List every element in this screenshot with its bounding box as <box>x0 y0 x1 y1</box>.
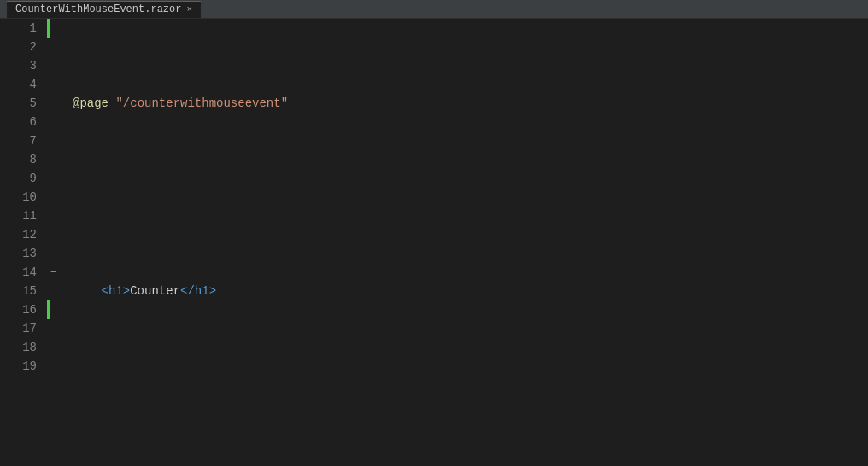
editor-tab[interactable]: CounterWithMouseEvent.razor × <box>7 1 201 18</box>
git-change-indicator-16 <box>47 300 50 319</box>
line-numbers: 1 2 3 4 5 6 7 8 9 10 11 12 13 14 15 16 1… <box>0 19 47 466</box>
git-change-indicator-1 <box>47 19 50 38</box>
editor-gutter: − <box>47 19 66 466</box>
code-content[interactable]: @page "/counterwithmouseevent" <h1>Count… <box>66 19 868 466</box>
code-line-2 <box>73 188 868 207</box>
code-editor: 1 2 3 4 5 6 7 8 9 10 11 12 13 14 15 16 1… <box>0 19 868 466</box>
code-area: 1 2 3 4 5 6 7 8 9 10 11 12 13 14 15 16 1… <box>0 19 868 466</box>
title-bar: CounterWithMouseEvent.razor × <box>0 0 868 19</box>
tab-close-button[interactable]: × <box>186 4 192 15</box>
at-page-keyword: @page <box>73 94 108 113</box>
code-line-1: @page "/counterwithmouseevent" <box>73 94 868 113</box>
tab-label: CounterWithMouseEvent.razor <box>15 3 181 15</box>
collapse-icon-14[interactable]: − <box>50 263 56 282</box>
code-line-4 <box>73 376 868 394</box>
code-line-3: <h1>Counter</h1> <box>73 282 868 300</box>
